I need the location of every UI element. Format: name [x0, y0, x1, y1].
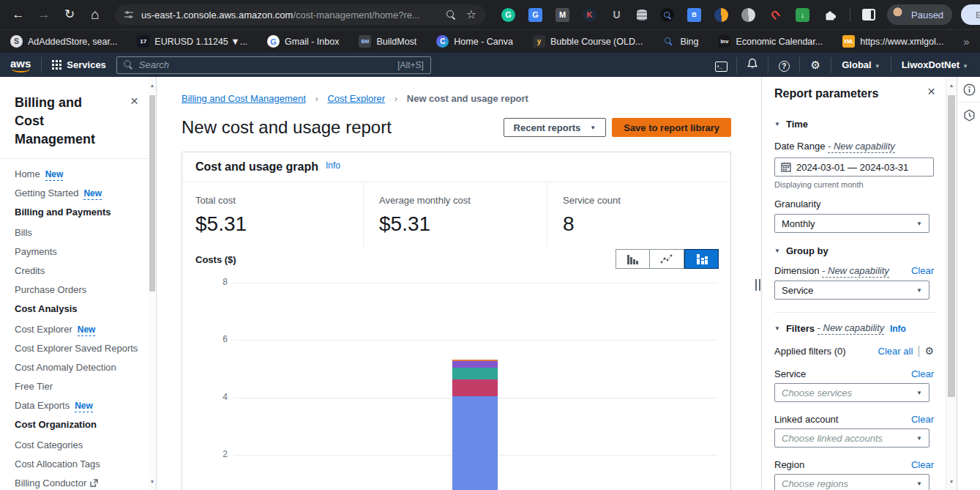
save-to-report-library-button[interactable]: Save to report library — [612, 118, 731, 137]
settings-button[interactable]: ⚙ — [804, 59, 826, 72]
panel-info-link[interactable]: Info — [326, 160, 340, 171]
report-panel-scrollbar[interactable]: ▲ ▼ — [946, 77, 957, 490]
error-chip[interactable]: Error — [961, 4, 980, 25]
linked-account-filter-select[interactable]: Choose linked accounts▼ — [774, 428, 929, 448]
report-panel-scrollbar-thumb[interactable] — [948, 95, 955, 397]
search-extension-icon[interactable] — [660, 8, 674, 22]
bookmark-bubble-course[interactable]: yBubble Course (OLD... — [533, 35, 643, 48]
sidebar-item-cost-explorer-saved-reports[interactable]: Cost Explorer Saved Reports — [15, 344, 138, 354]
scroll-down-icon[interactable]: ▼ — [948, 479, 955, 484]
sidebar-item-free-tier[interactable]: Free Tier — [15, 382, 138, 392]
aws-logo[interactable]: aws — [10, 57, 31, 73]
sidebar-item-cost-explorer[interactable]: Cost ExplorerNew — [15, 324, 138, 335]
panel-resize-handle[interactable] — [755, 279, 760, 291]
home-icon[interactable]: ⌂ — [88, 7, 102, 22]
account-menu[interactable]: LiwoxDotNet▼ — [896, 59, 980, 70]
line-chart-toggle[interactable] — [650, 249, 684, 269]
info-panel-button[interactable] — [957, 77, 980, 102]
magnet-extension-icon[interactable]: U — [766, 5, 785, 25]
bookmark-economic-calendar[interactable]: InvEconomic Calendar... — [718, 35, 823, 48]
clear-all-link[interactable]: Clear all — [878, 346, 913, 357]
swirl-orange-extension-icon[interactable] — [714, 8, 728, 22]
filter-settings-gear-icon[interactable]: ⚙ — [924, 345, 934, 357]
help-icon: ? — [779, 61, 790, 72]
sidebar-item-credits[interactable]: Credits — [15, 266, 138, 276]
granularity-select[interactable]: Monthly▼ — [774, 214, 929, 233]
sidebar-close-icon[interactable]: × — [130, 95, 138, 107]
grammarly-extension-icon[interactable]: G — [501, 8, 515, 22]
filters-section-header[interactable]: ▼Filters - New capability Info — [774, 322, 934, 335]
sidebar-item-getting-started[interactable]: Getting StartedNew — [15, 188, 138, 198]
k-extension-icon[interactable]: K — [583, 8, 596, 22]
time-section-header[interactable]: ▼Time — [774, 119, 934, 130]
u-extension-icon[interactable]: U — [610, 8, 624, 22]
downloader-extension-icon[interactable]: ↓ — [796, 8, 809, 22]
bookmark-gmail[interactable]: GGmail - Inbox — [267, 35, 339, 48]
date-range-input[interactable]: 2024-03-01 — 2024-03-31 — [774, 157, 934, 177]
dimension-clear-link[interactable]: Clear — [911, 265, 934, 276]
stacked-bar-chart-toggle[interactable] — [684, 249, 719, 269]
bookmark-buildmost[interactable]: BMBuildMost — [359, 35, 416, 48]
forward-icon[interactable]: → — [37, 7, 51, 22]
reload-icon[interactable]: ↻ — [62, 7, 77, 22]
notifications-button[interactable] — [741, 58, 763, 73]
site-info-icon[interactable] — [124, 10, 134, 20]
sidebar-item-payments[interactable]: Payments — [15, 247, 138, 257]
history-panel-button[interactable] — [957, 103, 980, 127]
sidebar-scrollbar[interactable]: ▲ ▼ — [149, 77, 157, 490]
bookmark-bing[interactable]: Bing — [662, 35, 698, 48]
sidebar-scrollbar-thumb[interactable] — [149, 95, 155, 292]
calendar-icon — [781, 162, 791, 172]
sidebar-item-data-exports[interactable]: Data ExportsNew — [15, 401, 138, 411]
linked-account-clear-link[interactable]: Clear — [911, 414, 934, 425]
zoom-icon[interactable] — [446, 10, 456, 20]
region-clear-link[interactable]: Clear — [911, 459, 934, 470]
browser-profile-button[interactable]: Paused — [887, 4, 952, 25]
scroll-up-icon[interactable]: ▲ — [149, 83, 156, 88]
services-label: Services — [67, 59, 106, 70]
bookmark-canva[interactable]: CHome - Canva — [436, 35, 513, 48]
scroll-down-icon[interactable]: ▼ — [149, 479, 156, 484]
swirl-gray-extension-icon[interactable] — [741, 8, 755, 22]
help-button[interactable]: ? — [773, 59, 795, 72]
dimension-select[interactable]: Service▼ — [774, 281, 929, 300]
sidebar-item-billing-conductor[interactable]: Billing Conductor — [15, 478, 138, 489]
bookmark-eurusd[interactable]: 17EURUSD 1.11245 ▼... — [137, 35, 247, 48]
extensions-puzzle-icon[interactable] — [823, 8, 837, 22]
services-menu-button[interactable]: Services — [52, 59, 106, 70]
breadcrumb-billing[interactable]: Billing and Cost Management — [182, 93, 306, 104]
database-extension-icon[interactable] — [637, 10, 647, 21]
m-extension-icon[interactable]: M — [556, 8, 569, 22]
group-by-section-header[interactable]: ▼Group by — [774, 245, 934, 256]
side-panel-icon[interactable] — [862, 9, 875, 21]
translate-extension-icon[interactable]: G — [528, 8, 542, 22]
sidebar-item-bills[interactable]: Bills — [15, 228, 138, 238]
sidebar-item-home[interactable]: HomeNew — [15, 169, 138, 179]
sidebar-item-cost-allocation-tags[interactable]: Cost Allocation Tags — [15, 459, 138, 469]
address-bar[interactable]: us-east-1.console.aws.amazon.com/cost-ma… — [115, 4, 485, 25]
service-filter-select[interactable]: Choose services▼ — [774, 383, 929, 402]
bookmark-xmlgol[interactable]: XMLhttps://www.xmlgol... — [842, 35, 943, 48]
breadcrumb-cost-explorer[interactable]: Cost Explorer — [327, 93, 385, 104]
collapse-triangle-icon: ▼ — [774, 325, 780, 332]
console-search-input[interactable]: Search [Alt+S] — [116, 56, 431, 74]
bookmark-star-icon[interactable]: ☆ — [466, 9, 476, 21]
scroll-up-icon[interactable]: ▲ — [948, 83, 955, 88]
bookmark-adaddedstore[interactable]: SAdAddedStore, sear... — [10, 35, 117, 48]
sidebar-item-cost-categories[interactable]: Cost Categories — [15, 440, 138, 450]
region-selector[interactable]: Global▼ — [836, 59, 886, 70]
page-title: New cost and usage report — [182, 117, 392, 138]
back-icon[interactable]: ← — [11, 7, 26, 22]
sidebar-item-cost-anomaly-detection[interactable]: Cost Anomaly Detection — [15, 363, 138, 373]
report-parameters-close-icon[interactable]: × — [927, 86, 935, 97]
bar-chart-toggle[interactable] — [616, 249, 650, 269]
service-clear-link[interactable]: Clear — [911, 368, 934, 379]
url-text[interactable]: us-east-1.console.aws.amazon.com/cost-ma… — [141, 10, 441, 21]
region-filter-select[interactable]: Choose regions▼ — [774, 474, 929, 490]
bookmarks-overflow-icon[interactable]: » — [963, 35, 969, 48]
cloudshell-button[interactable]: ›_ — [710, 58, 732, 72]
card-extension-icon[interactable]: B — [687, 8, 701, 22]
filters-info-link[interactable]: Info — [890, 324, 906, 334]
recent-reports-button[interactable]: Recent reports▼ — [504, 118, 607, 137]
sidebar-item-purchase-orders[interactable]: Purchase Orders — [15, 285, 138, 295]
